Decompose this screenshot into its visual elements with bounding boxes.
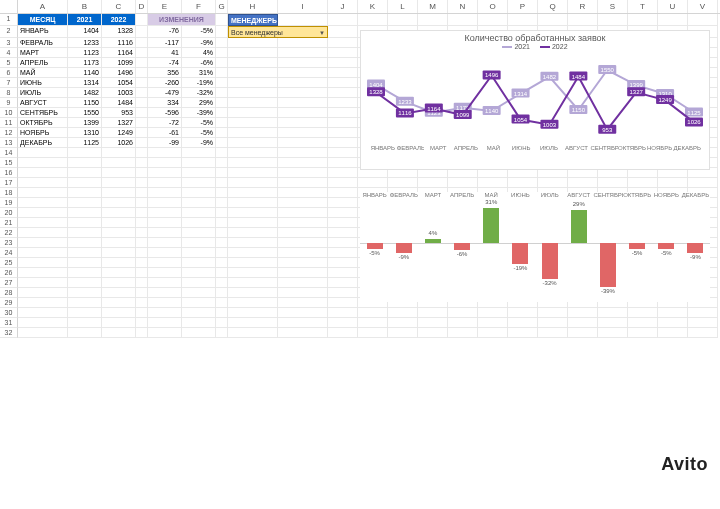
manager-filter[interactable]: Все менеджеры: [228, 26, 328, 38]
cell-r7-c6[interactable]: [216, 78, 228, 88]
cell-r22-c9[interactable]: [328, 228, 358, 238]
cell-r30-c15[interactable]: [508, 308, 538, 318]
cell-r18-c6[interactable]: [216, 188, 228, 198]
cell-r25-c2[interactable]: [102, 258, 136, 268]
cell-a11[interactable]: ОКТЯБРЬ: [18, 118, 68, 128]
cell-r14-c3[interactable]: [136, 148, 148, 158]
cell-r18-c9[interactable]: [328, 188, 358, 198]
cell-r32-c12[interactable]: [418, 328, 448, 338]
cell-r1-c15[interactable]: [508, 14, 538, 26]
cell-r21-c5[interactable]: [182, 218, 216, 228]
cell-r31-c9[interactable]: [328, 318, 358, 328]
cell-r20-c6[interactable]: [216, 208, 228, 218]
cell-b7[interactable]: 1314: [68, 78, 102, 88]
cell-c11[interactable]: 1327: [102, 118, 136, 128]
cell-c7[interactable]: 1054: [102, 78, 136, 88]
col-header-P[interactable]: P: [508, 0, 538, 13]
cell-e8[interactable]: -479: [148, 88, 182, 98]
cell-r31-c10[interactable]: [358, 318, 388, 328]
cell-r16-c7[interactable]: [228, 168, 278, 178]
col-header-F[interactable]: F: [182, 0, 216, 13]
cell-r31-c15[interactable]: [508, 318, 538, 328]
cell-a10[interactable]: СЕНТЯБРЬ: [18, 108, 68, 118]
cell-r11-c6[interactable]: [216, 118, 228, 128]
cell-e13[interactable]: -99: [148, 138, 182, 148]
cell-r28-c2[interactable]: [102, 288, 136, 298]
cell-r30-c2[interactable]: [102, 308, 136, 318]
cell-r30-c19[interactable]: [628, 308, 658, 318]
cell-r31-c11[interactable]: [388, 318, 418, 328]
cell-r1-c11[interactable]: [388, 14, 418, 26]
cell-r32-c0[interactable]: [18, 328, 68, 338]
cell-r9-c7[interactable]: [228, 98, 278, 108]
cell-a13[interactable]: ДЕКАБРЬ: [18, 138, 68, 148]
cell-r17-c21[interactable]: [688, 178, 718, 188]
row-num-12[interactable]: 12: [0, 128, 18, 138]
cell-r29-c8[interactable]: [278, 298, 328, 308]
row-num-24[interactable]: 24: [0, 248, 18, 258]
cell-r17-c5[interactable]: [182, 178, 216, 188]
col-header-Q[interactable]: Q: [538, 0, 568, 13]
cell-r19-c5[interactable]: [182, 198, 216, 208]
col-header-J[interactable]: J: [328, 0, 358, 13]
row-num-28[interactable]: 28: [0, 288, 18, 298]
cell-r5-c8[interactable]: [278, 58, 328, 68]
cell-f9[interactable]: 29%: [182, 98, 216, 108]
cell-e3[interactable]: -117: [148, 38, 182, 48]
col-header-C[interactable]: C: [102, 0, 136, 13]
cell-r12-c9[interactable]: [328, 128, 358, 138]
cell-r27-c3[interactable]: [136, 278, 148, 288]
cell-r25-c3[interactable]: [136, 258, 148, 268]
cell-r26-c3[interactable]: [136, 268, 148, 278]
cell-b11[interactable]: 1399: [68, 118, 102, 128]
cell-c4[interactable]: 1164: [102, 48, 136, 58]
cell-r1-c9[interactable]: [328, 14, 358, 26]
cell-r18-c0[interactable]: [18, 188, 68, 198]
cell-r17-c0[interactable]: [18, 178, 68, 188]
cell-r28-c3[interactable]: [136, 288, 148, 298]
cell-r17-c18[interactable]: [598, 178, 628, 188]
cell-r20-c5[interactable]: [182, 208, 216, 218]
cell-d7[interactable]: [136, 78, 148, 88]
cell-r22-c8[interactable]: [278, 228, 328, 238]
cell-r16-c4[interactable]: [148, 168, 182, 178]
cell-r17-c14[interactable]: [478, 178, 508, 188]
cell-r14-c0[interactable]: [18, 148, 68, 158]
cell-r30-c21[interactable]: [688, 308, 718, 318]
cell-r16-c1[interactable]: [68, 168, 102, 178]
cell-r26-c2[interactable]: [102, 268, 136, 278]
header-month[interactable]: МЕСЯЦ: [18, 14, 68, 26]
cell-d11[interactable]: [136, 118, 148, 128]
cell-r12-c7[interactable]: [228, 128, 278, 138]
cell-r13-c7[interactable]: [228, 138, 278, 148]
cell-r1-c12[interactable]: [418, 14, 448, 26]
cell-r7-c9[interactable]: [328, 78, 358, 88]
cell-r3-c7[interactable]: [228, 38, 278, 48]
cell-r7-c8[interactable]: [278, 78, 328, 88]
cell-r32-c18[interactable]: [598, 328, 628, 338]
cell-f12[interactable]: -5%: [182, 128, 216, 138]
cell-r22-c7[interactable]: [228, 228, 278, 238]
cell-r32-c15[interactable]: [508, 328, 538, 338]
row-num-7[interactable]: 7: [0, 78, 18, 88]
cell-r30-c1[interactable]: [68, 308, 102, 318]
cell-r18-c1[interactable]: [68, 188, 102, 198]
cell-f13[interactable]: -9%: [182, 138, 216, 148]
cell-r22-c5[interactable]: [182, 228, 216, 238]
cell-r4-c7[interactable]: [228, 48, 278, 58]
cell-r10-c7[interactable]: [228, 108, 278, 118]
cell-e7[interactable]: -260: [148, 78, 182, 88]
cell-r17-c13[interactable]: [448, 178, 478, 188]
cell-r31-c6[interactable]: [216, 318, 228, 328]
cell-r27-c0[interactable]: [18, 278, 68, 288]
col-header-B[interactable]: B: [68, 0, 102, 13]
cell-r32-c16[interactable]: [538, 328, 568, 338]
cell-r27-c4[interactable]: [148, 278, 182, 288]
cell-r23-c3[interactable]: [136, 238, 148, 248]
cell-r14-c1[interactable]: [68, 148, 102, 158]
cell-r5-c7[interactable]: [228, 58, 278, 68]
cell-r30-c0[interactable]: [18, 308, 68, 318]
cell-r24-c6[interactable]: [216, 248, 228, 258]
row-num-3[interactable]: 3: [0, 38, 18, 48]
cell-d8[interactable]: [136, 88, 148, 98]
